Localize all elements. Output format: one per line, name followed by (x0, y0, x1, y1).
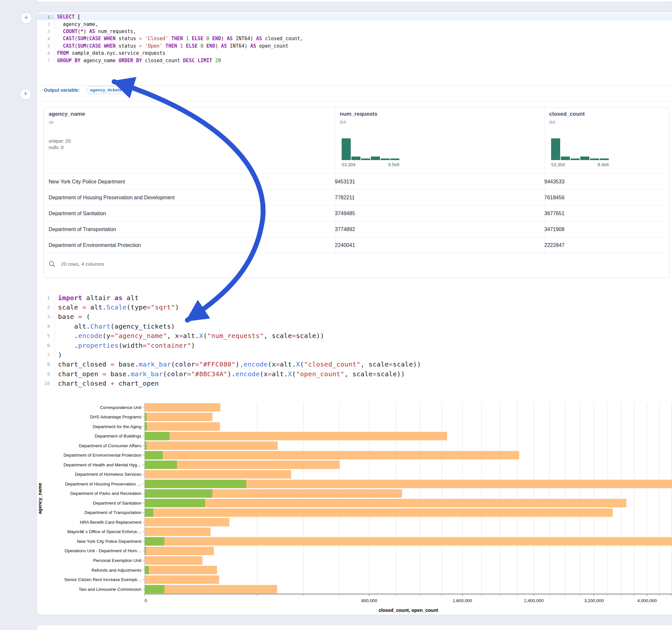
bar-closed-count (145, 518, 230, 526)
code-line[interactable]: 5⌄ .encode(y="agency_name", x=alt.X("num… (37, 331, 672, 341)
histogram-bar (371, 156, 380, 160)
code-line[interactable]: 7⌄GROUP BY agency_name ORDER BY closed_c… (37, 57, 672, 64)
bar-closed-count (145, 413, 212, 421)
bar-closed-count (145, 537, 672, 546)
code-line[interactable]: 6⌄FROM sample_data.nyc.service_requests (37, 50, 672, 57)
add-cell-button-middle[interactable]: + (20, 89, 31, 100)
code-line[interactable]: 2⌄scale = alt.Scale(type="sqrt") (37, 302, 672, 312)
divider (37, 101, 672, 101)
code-line[interactable]: 1⌄SELECT (37, 13, 672, 20)
y-axis-label: New York City Police Department (77, 539, 141, 544)
code-line[interactable]: 4⌄ alt.Chart(agency_tickets) (37, 321, 672, 331)
code-line[interactable]: 5⌄ CAST(SUM(CASE WHEN status = 'Open' TH… (37, 43, 672, 50)
line-number: 5⌄ (37, 333, 54, 338)
y-axis-label: Refunds and Adjustments (91, 568, 141, 573)
code-line[interactable]: 3⌄base = ( (37, 312, 672, 321)
code-text: COUNT(*) AS num_requests, (54, 28, 136, 34)
bar-open-count (145, 547, 146, 555)
column-stat: nulls: 0 (49, 145, 85, 150)
table-row: Department of Transportation377489234719… (44, 221, 668, 237)
code-line[interactable]: 7⌄) (37, 350, 672, 359)
code-line[interactable]: 6⌄ .properties(width="container") (37, 341, 672, 350)
code-text: CAST(SUM(CASE WHEN status = 'Open' THEN … (54, 43, 288, 49)
cell-closed-count: 3471908 (540, 226, 565, 232)
notebook-page: { "colors": { "page_bg": "#e9edf3", "arr… (0, 0, 672, 630)
code-line[interactable]: 4⌄ CAST(SUM(CASE WHEN status = 'Closed' … (37, 35, 672, 42)
column-header[interactable]: num_requestsi64 (340, 111, 377, 125)
y-axis-label: Correspondence Unit (100, 405, 141, 410)
bar-open-count (145, 441, 146, 450)
y-axis-label: Department of Housing Preservation … (65, 482, 141, 486)
line-number: 7⌄ (37, 58, 54, 63)
bar-open-count (145, 480, 246, 488)
y-axis-label: Senior Citizen Rent Increase Exempti… (64, 577, 141, 582)
line-number: 2⌄ (37, 22, 54, 27)
histogram-bar (600, 159, 609, 160)
search-icon[interactable] (49, 261, 56, 268)
code-text: import altair as alt (54, 294, 139, 302)
line-number: 3⌄ (37, 29, 54, 34)
column-header[interactable]: agency_namestrunique: 20nulls: 0 (49, 111, 85, 150)
line-number: 1⌄ (37, 295, 54, 300)
code-text: alt.Chart(agency_tickets) (54, 322, 175, 330)
fold-chevron-icon[interactable]: ⌄ (50, 15, 54, 19)
bar-open-count (145, 432, 170, 440)
column-type: i64 (340, 120, 377, 125)
code-text: base = ( (54, 313, 91, 320)
code-line[interactable]: 2⌄ agency_name, (37, 20, 672, 28)
line-number: 10⌄ (37, 381, 54, 386)
bar-closed-count (145, 422, 220, 431)
code-line[interactable]: 8⌄chart_closed = base.mark_bar(color="#F… (37, 360, 672, 369)
bar-closed-count (145, 576, 219, 584)
code-line[interactable]: 9⌄chart_open = base.mark_bar(color="#8BC… (37, 369, 672, 379)
divider (37, 85, 672, 86)
fold-chevron-icon[interactable]: ⌄ (50, 315, 54, 318)
column-histogram (342, 138, 399, 160)
python-code-editor[interactable]: 1⌄import altair as alt2⌄scale = alt.Scal… (37, 293, 672, 388)
y-axis-label: Department of Transportation (84, 510, 141, 515)
x-axis-label: 0 (145, 598, 147, 603)
column-name: num_requests (340, 111, 377, 117)
code-line[interactable]: 1⌄import altair as alt (37, 293, 672, 302)
column-name: agency_name (49, 111, 85, 117)
result-table: agency_namestrunique: 20nulls: 053,3049.… (44, 107, 669, 278)
python-gutter-divider (54, 293, 55, 389)
x-axis-label: 3,200,000 (584, 598, 604, 603)
bar-open-count (145, 585, 164, 593)
y-axis-label: DHS Advantage Programs (90, 414, 142, 419)
next-cell-edge (37, 625, 672, 630)
bar-open-count (145, 508, 153, 517)
y-axis-label: HRA Benefit Card Replacement (80, 520, 141, 525)
line-number: 6⌄ (37, 51, 54, 56)
add-cell-button-top[interactable]: + (21, 13, 32, 24)
column-header[interactable]: closed_counti64 (549, 111, 585, 125)
bar-closed-count (145, 585, 277, 593)
output-variable-pill[interactable]: agency_tickets (87, 86, 125, 94)
bar-open-count (145, 413, 146, 421)
sql-code-editor[interactable]: 1⌄SELECT 2⌄ agency_name,3⌄ COUNT(*) AS n… (37, 13, 672, 64)
bar-closed-count (145, 470, 291, 479)
code-line[interactable]: 10⌄chart_closed + chart_open (37, 379, 672, 388)
histogram-bar (580, 156, 589, 160)
code-text: chart_closed + chart_open (54, 380, 159, 387)
histogram-bar (390, 159, 399, 160)
bar-closed-count (145, 441, 278, 450)
cell-num-requests: 3774892 (330, 226, 540, 232)
previous-cell-edge (37, 0, 672, 2)
y-axis-label: Department for the Aging (93, 424, 141, 429)
histogram-min-label: 53,304 (342, 162, 356, 167)
cell-num-requests: 3749485 (330, 211, 540, 217)
cell-num-requests: 9453131 (330, 179, 540, 185)
text-cursor (78, 14, 79, 20)
code-text: chart_open = base.mark_bar(color="#8BC34… (54, 370, 405, 378)
column-histogram (551, 138, 609, 160)
histogram-bar (352, 156, 360, 160)
histogram-max-label: 9.4e6 (597, 162, 609, 167)
code-text: agency_name, (54, 21, 98, 27)
line-number: 5⌄ (37, 43, 54, 48)
x-axis-label: 1,600,000 (453, 598, 472, 603)
code-line[interactable]: 3⌄ COUNT(*) AS num_requests, (37, 28, 672, 35)
cell-agency-name: New York City Police Department (44, 179, 330, 185)
bar-closed-count (145, 499, 626, 507)
table-row: Department of Sanitation37494853677651 (44, 205, 668, 221)
